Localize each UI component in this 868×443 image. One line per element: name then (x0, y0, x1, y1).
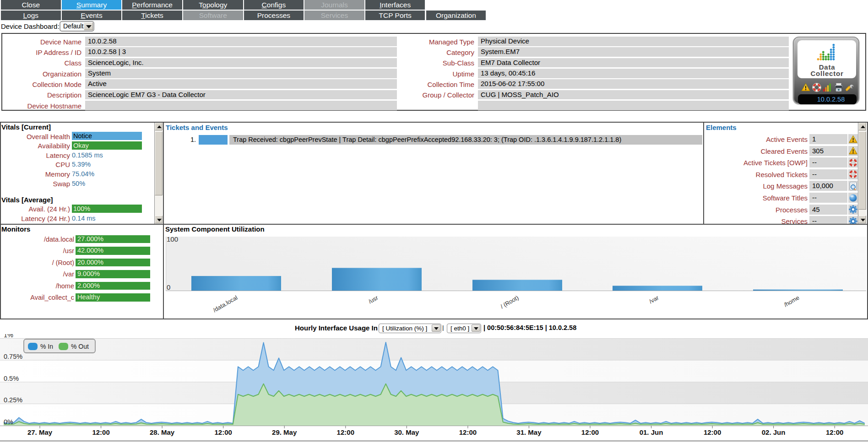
svg-text:100: 100 (167, 235, 178, 243)
svg-text:12:00: 12:00 (337, 428, 354, 436)
svg-text:02. Jun: 02. Jun (762, 428, 786, 436)
svg-text:% Out: % Out (71, 343, 89, 350)
svg-text:% In: % In (40, 343, 53, 350)
svg-text:/usr: /usr (367, 294, 380, 305)
svg-text:01. Jun: 01. Jun (640, 428, 663, 436)
svg-text:/var: /var (648, 294, 660, 305)
svg-text:12:00: 12:00 (704, 428, 721, 436)
svg-text:0.25%: 0.25% (4, 396, 22, 404)
svg-text:/ (Root): / (Root) (499, 294, 520, 310)
svg-text:29. May: 29. May (272, 428, 297, 436)
svg-text:0: 0 (167, 283, 170, 291)
svg-text:12:00: 12:00 (826, 428, 843, 436)
svg-text:0.5%: 0.5% (4, 375, 19, 382)
svg-text:0.75%: 0.75% (4, 353, 22, 360)
svg-text:12:00: 12:00 (459, 428, 477, 436)
svg-text:31. May: 31. May (516, 428, 542, 436)
svg-text:27. May: 27. May (27, 428, 53, 436)
svg-text:12:00: 12:00 (92, 428, 109, 436)
svg-text:/data.local: /data.local (212, 294, 239, 314)
svg-text:/home: /home (783, 294, 801, 308)
svg-text:1%: 1% (4, 334, 13, 339)
svg-text:0%: 0% (4, 418, 13, 426)
svg-text:12:00: 12:00 (581, 428, 599, 436)
svg-text:30. May: 30. May (394, 428, 419, 436)
svg-text:12:00: 12:00 (215, 428, 232, 436)
svg-text:28. May: 28. May (150, 428, 175, 436)
